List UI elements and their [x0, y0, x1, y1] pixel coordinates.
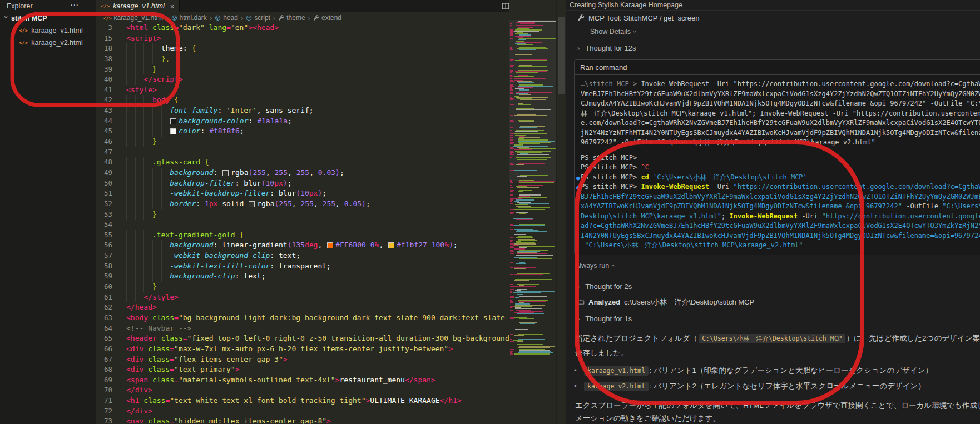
file-code-icon: </> [103, 14, 111, 22]
tab-bar: </> karaage_v1.html × ⋯ [96, 0, 565, 12]
breadcrumb-separator: › [241, 14, 243, 22]
color-swatch [170, 118, 176, 124]
breadcrumb-item-head[interactable]: head [215, 14, 238, 22]
terminal-line: PS stitch MCP> [581, 153, 980, 163]
html-file-icon: </> [19, 28, 28, 33]
terminal-line: jN2Y4NzYzNTFhMTI4N2Y0NTUyEgsSBxCJmuydxA4… [581, 128, 980, 138]
chevron-down-icon: › [3, 16, 10, 21]
editor-scrollbar[interactable] [556, 0, 566, 424]
terminal-line: e.com/download?c=CgthaWRhX2NvZGVmeBJ7Eh1… [581, 118, 980, 128]
ran-command-header: Ran command [575, 60, 980, 75]
file-label: karaage_v1.html [31, 27, 82, 34]
ran-command-box: Ran command …\stitch MCP > Invoke-WebReq… [574, 59, 980, 255]
minimap[interactable] [509, 0, 556, 424]
mcp-tool-label: MCP Tool: StitchMCP / get_screen [588, 14, 699, 22]
close-icon[interactable]: × [170, 2, 175, 11]
breadcrumb-item-script[interactable]: script [246, 14, 270, 22]
code-line: 46} [96, 137, 509, 147]
thought-toggle-3[interactable]: › Thought for 1s [577, 315, 980, 323]
thought-toggle-1[interactable]: › Thought for 12s [577, 44, 980, 52]
wrench-icon [278, 15, 284, 21]
code-line: 43font-family: 'Inter', sans-serif; [96, 106, 509, 116]
terminal-line: VmeBJ7Eh1hcHBfY29tcGFuaW9uX2dlbmVyYXRlZF… [581, 89, 980, 99]
terminal-line: 林 洋介\Desktop\stitch MCP\karaage_v1.html"… [581, 109, 980, 119]
code-line: 61</style> [96, 292, 509, 303]
breadcrumb-item-karaage_v1.html[interactable]: </>karaage_v1.html [103, 14, 163, 22]
folder-label: stitch MCP [11, 14, 47, 22]
html-file-icon: </> [101, 3, 110, 9]
code-line: 53} [96, 209, 509, 220]
code-line: 40</script> [96, 74, 509, 85]
chevron-right-icon: › [577, 44, 580, 52]
code-line: 3<html class="dark" lang="en"><head> [96, 23, 509, 33]
command-bullet-icon: ● [576, 173, 580, 183]
color-swatch [249, 201, 255, 207]
code-line: 51-webkit-backdrop-filter: blur(10px); [96, 188, 509, 199]
symbol-icon [171, 15, 177, 21]
tab-karaage-v1[interactable]: </> karaage_v1.html × [96, 0, 180, 12]
code-line: 64<!-- Navbar --> [96, 323, 509, 334]
variant-list-item: •karaage_v2.html: バリアント2（エレガントなセリフ体字と水平ス… [566, 380, 980, 392]
color-swatch [222, 170, 229, 176]
breadcrumb-item-extend[interactable]: extend [313, 14, 341, 22]
show-details-toggle[interactable]: Show Details › [590, 28, 980, 36]
breadcrumb-separator: › [273, 14, 275, 22]
code-line: 62</head> [96, 302, 509, 313]
breadcrumb: </>karaage_v1.html›html.dark›head›script… [96, 12, 341, 23]
code-line: 70</div> [96, 385, 509, 396]
code-line: 18theme: { [96, 43, 509, 54]
assistant-paragraph-1: 指定されたプロジェクトフォルダ（C:\Users\小林 洋介\Desktop\s… [575, 331, 980, 360]
folder-icon [577, 298, 585, 306]
terminal-line: ●PS stitch MCP> cd 'C:\Users\小林 洋介\Deskt… [581, 173, 980, 183]
terminal-output: …\stitch MCP > Invoke-WebRequest -Uri "h… [575, 75, 980, 255]
chat-title: Creating Stylish Karaage Homepage [566, 0, 980, 11]
code-line: 72</div> [96, 406, 509, 417]
explorer-sidebar: Explorer ⋯ › stitch MCP </>karaage_v1.ht… [0, 0, 96, 424]
code-line: 50backdrop-filter: blur(10px); [96, 178, 509, 189]
chevron-right-icon: › [577, 315, 580, 323]
thought-toggle-2[interactable]: › Thought for 2s [577, 282, 980, 291]
tab-label: karaage_v1.html [113, 2, 164, 10]
code-line: 45color: #f8f8f6; [96, 126, 509, 137]
always-run-dropdown[interactable]: Always run › [575, 262, 980, 270]
terminal-line: ●PS stitch MCP> Invoke-WebRequest -Uri "… [581, 182, 980, 192]
file-item-karaage_v2.html[interactable]: </>karaage_v2.html [0, 37, 96, 49]
inline-code-chip: karaage_v2.html [584, 382, 649, 391]
code-line: 68<div class="text-primary"> [96, 365, 509, 375]
wrench-icon [313, 15, 319, 21]
code-line: 58-webkit-text-fill-color: transparent; [96, 261, 509, 272]
folder-item-stitch-mcp[interactable]: › stitch MCP [0, 12, 96, 24]
terminal-line: ad?c=CgthaWRhX2NvZGVmeBJ7Eh1hcHBfY29tcGF… [581, 221, 980, 231]
scrollbar-thumb[interactable] [558, 17, 565, 94]
editor-group[interactable]: </> karaage_v1.html × ⋯ </>karaage_v1.ht… [96, 0, 565, 424]
code-area[interactable]: 3<html class="dark" lang="en"><head>15<s… [96, 23, 509, 424]
breadcrumb-separator: › [210, 14, 212, 22]
terminal-line: PS stitch MCP> ^C [581, 163, 980, 173]
file-item-karaage_v1.html[interactable]: </>karaage_v1.html [0, 24, 96, 37]
code-line: 67<div class="flex items-center gap-3"> [96, 355, 509, 365]
analyzed-row: Analyzed c:\Users\小林 洋介\Desktop\stitch M… [577, 297, 980, 307]
wrench-icon [577, 14, 585, 22]
analyzed-path: c:\Users\小林 洋介\Desktop\stitch MCP [624, 297, 754, 307]
file-list: </>karaage_v1.html</>karaage_v2.html [0, 24, 96, 49]
code-line: 48.glass-card { [96, 157, 509, 168]
file-label: karaage_v2.html [31, 39, 82, 47]
color-swatch [327, 242, 333, 248]
code-line: 56background: linear-gradient(135deg, #F… [96, 240, 509, 251]
code-line: 38}, [96, 54, 509, 64]
code-line: 49background: rgba(255, 255, 255, 0.03); [96, 168, 509, 178]
breadcrumb-item-theme[interactable]: theme [278, 14, 305, 22]
explorer-more-actions-icon[interactable]: ⋯ [70, 0, 79, 10]
html-file-icon: </> [19, 40, 28, 46]
code-line: 42body { [96, 95, 509, 106]
color-swatch [388, 242, 394, 248]
inline-code-chip: C:\Users\小林 洋介\Desktop\stitch MCP [699, 334, 845, 343]
code-line: 47 [96, 147, 509, 158]
breadcrumb-separator: › [166, 14, 168, 22]
terminal-line: "C:\Users\小林 洋介\Desktop\stitch MCP\karaa… [581, 241, 980, 251]
code-line: 39} [96, 64, 509, 75]
explorer-title: Explorer [7, 2, 33, 10]
code-line: 41<style> [96, 85, 509, 96]
breadcrumb-item-html.dark[interactable]: html.dark [171, 14, 207, 22]
symbol-icon [215, 15, 221, 21]
